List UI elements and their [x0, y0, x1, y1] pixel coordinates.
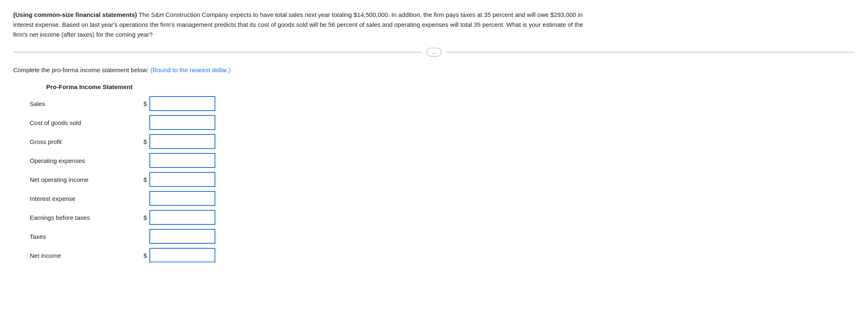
dollar-net-operating-income: $ [137, 176, 147, 183]
question-bold: (Using common-size financial statements) [13, 11, 137, 18]
input-net-income[interactable] [149, 248, 215, 263]
income-statement-table: Pro-Forma Income Statement Sales $ Cost … [30, 83, 855, 264]
input-earnings-before-taxes[interactable] [149, 210, 215, 225]
instruction: Complete the pro-forma income statement … [13, 66, 855, 73]
row-taxes: Taxes $ [30, 228, 855, 245]
dollar-gross-profit: $ [137, 138, 147, 145]
question-text: (Using common-size financial statements)… [13, 10, 591, 40]
divider-right-line [446, 52, 855, 52]
label-interest-expense: Interest expense [30, 195, 137, 202]
row-cogs: Cost of goods sold $ [30, 114, 855, 131]
divider-dots: ... [427, 48, 442, 57]
input-interest-expense[interactable] [149, 191, 215, 206]
label-cogs: Cost of goods sold [30, 119, 137, 126]
input-net-operating-income[interactable] [149, 172, 215, 187]
input-sales[interactable] [149, 96, 215, 111]
label-net-operating-income: Net operating income [30, 176, 137, 183]
row-interest-expense: Interest expense $ [30, 190, 855, 207]
instruction-hint: (Round to the nearest dollar.) [151, 66, 231, 73]
row-gross-profit: Gross profit $ [30, 133, 855, 150]
label-gross-profit: Gross profit [30, 138, 137, 145]
row-net-income: Net income $ [30, 247, 855, 264]
label-sales: Sales [30, 100, 137, 107]
row-earnings-before-taxes: Earnings before taxes $ [30, 209, 855, 226]
label-net-income: Net income [30, 252, 137, 259]
label-operating-expenses: Operating expenses [30, 157, 137, 164]
divider: ... [13, 48, 855, 57]
row-operating-expenses: Operating expenses $ [30, 152, 855, 169]
dollar-sales: $ [137, 100, 147, 107]
input-cogs[interactable] [149, 115, 215, 130]
input-gross-profit[interactable] [149, 134, 215, 149]
label-earnings-before-taxes: Earnings before taxes [30, 214, 137, 221]
instruction-text: Complete the pro-forma income statement … [13, 66, 151, 73]
row-sales: Sales $ [30, 95, 855, 112]
row-net-operating-income: Net operating income $ [30, 171, 855, 188]
table-title: Pro-Forma Income Statement [46, 83, 855, 90]
input-operating-expenses[interactable] [149, 153, 215, 168]
dollar-earnings-before-taxes: $ [137, 214, 147, 221]
input-taxes[interactable] [149, 229, 215, 244]
divider-left-line [13, 52, 422, 52]
dollar-net-income: $ [137, 252, 147, 259]
label-taxes: Taxes [30, 233, 137, 240]
